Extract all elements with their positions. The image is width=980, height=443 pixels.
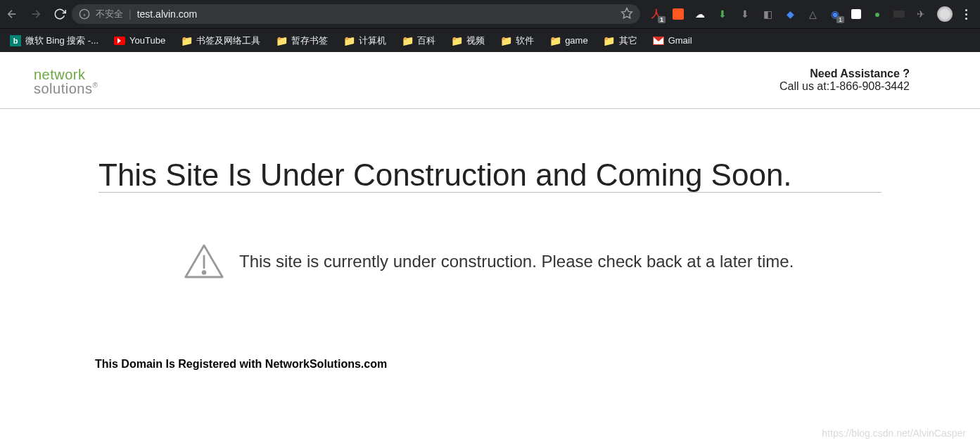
ext-icon-3[interactable]: ◆: [784, 8, 796, 20]
bookmark-folder[interactable]: 📁 计算机: [343, 34, 386, 47]
folder-icon: 📁: [343, 35, 355, 46]
download2-ext-icon[interactable]: ⬇: [739, 8, 751, 20]
ext-icon-7[interactable]: [893, 11, 905, 18]
folder-icon: 📁: [549, 35, 561, 46]
bookmark-folder[interactable]: 📁 书签及网络工具: [181, 34, 260, 47]
ext-icon-5[interactable]: [851, 9, 861, 19]
assistance-title: Need Assistance ?: [779, 68, 910, 80]
bookmark-label: 暂存书签: [291, 34, 328, 47]
ext-icon-2[interactable]: ◧: [761, 8, 774, 20]
folder-icon: 📁: [276, 35, 287, 46]
bookmark-youtube[interactable]: YouTube: [114, 35, 165, 46]
bookmark-label: 其它: [619, 34, 637, 47]
bookmark-gmail[interactable]: Gmail: [653, 35, 692, 46]
gmail-icon: [653, 37, 664, 45]
svg-point-5: [203, 271, 205, 274]
drive-ext-icon[interactable]: △: [806, 8, 819, 20]
nav-controls: [6, 8, 66, 20]
construction-message: This site is currently under constructio…: [239, 252, 794, 271]
ext-icon-4[interactable]: ◉1: [829, 8, 841, 20]
youtube-icon: [114, 37, 125, 45]
bookmark-label: Gmail: [668, 35, 692, 46]
profile-avatar[interactable]: [937, 6, 953, 22]
bookmark-label: 计算机: [359, 34, 386, 47]
logo-line2: solutions®: [34, 82, 98, 96]
page-header: network solutions® Need Assistance ? Cal…: [0, 52, 980, 109]
assistance-phone: Call us at:1-866-908-3442: [779, 80, 910, 93]
bookmark-label: 软件: [516, 34, 534, 47]
assistance-block: Need Assistance ? Call us at:1-866-908-3…: [779, 68, 910, 96]
download-ext-icon[interactable]: ⬇: [716, 8, 729, 20]
folder-icon: 📁: [402, 35, 413, 46]
netsol-logo[interactable]: network solutions®: [34, 68, 98, 96]
url-text: test.alvin.com: [137, 8, 198, 20]
bookmark-folder[interactable]: 📁 game: [549, 35, 588, 46]
browser-menu-icon[interactable]: [962, 9, 970, 20]
bookmark-label: 百科: [417, 34, 435, 47]
bookmark-label: game: [565, 35, 588, 46]
folder-icon: 📁: [181, 35, 192, 46]
ext-icon[interactable]: [673, 8, 684, 20]
page-headline: This Site Is Under Construction and Comi…: [98, 158, 882, 193]
security-label: 不安全: [96, 8, 123, 20]
page-body: network solutions® Need Assistance ? Cal…: [0, 52, 980, 443]
extensions-area: 人1 ☁ ⬇ ⬇ ◧ ◆ △ ◉1 ● ✈: [646, 6, 974, 22]
warning-icon: [183, 242, 225, 281]
ext-icon-6[interactable]: ●: [871, 8, 884, 20]
folder-icon: 📁: [604, 35, 615, 46]
domain-registered-text: This Domain Is Registered with NetworkSo…: [95, 358, 882, 371]
browser-toolbar: 不安全 | test.alvin.com 人1 ☁ ⬇ ⬇ ◧ ◆ △ ◉1 ●…: [0, 0, 980, 28]
bookmark-label: 视频: [466, 34, 485, 47]
bookmark-folder[interactable]: 📁 百科: [402, 34, 435, 47]
svg-marker-3: [622, 8, 632, 18]
construction-message-row: This site is currently under constructio…: [183, 242, 882, 281]
reload-button[interactable]: [53, 8, 66, 20]
adobe-ext-icon[interactable]: 人1: [650, 8, 663, 20]
bing-icon: b: [10, 35, 21, 46]
address-divider: |: [129, 8, 132, 20]
forward-button[interactable]: [30, 8, 42, 20]
bookmark-bing[interactable]: b 微软 Bing 搜索 -...: [10, 34, 98, 47]
bookmarks-bar: b 微软 Bing 搜索 -... YouTube 📁 书签及网络工具 📁 暂存…: [0, 28, 980, 52]
bookmark-label: 微软 Bing 搜索 -...: [25, 34, 98, 47]
bookmark-folder[interactable]: 📁 暂存书签: [276, 34, 328, 47]
bookmark-folder[interactable]: 📁 软件: [500, 34, 534, 47]
info-icon[interactable]: [79, 8, 90, 20]
page-content: This Site Is Under Construction and Comi…: [0, 109, 980, 371]
back-button[interactable]: [6, 8, 18, 20]
bookmark-folder[interactable]: 📁 其它: [604, 34, 637, 47]
logo-line1: network: [34, 68, 98, 82]
bookmark-label: 书签及网络工具: [196, 34, 260, 47]
ext-icon-8[interactable]: ✈: [915, 8, 927, 20]
folder-icon: 📁: [500, 35, 511, 46]
bookmark-label: YouTube: [129, 35, 165, 46]
address-bar[interactable]: 不安全 | test.alvin.com: [72, 4, 640, 24]
folder-icon: 📁: [451, 35, 462, 46]
bookmark-folder[interactable]: 📁 视频: [451, 34, 485, 47]
watermark-text: https://blog.csdn.net/AlvinCasper: [822, 428, 966, 439]
bookmark-star-icon[interactable]: [621, 7, 633, 22]
cloud-ext-icon[interactable]: ☁: [694, 8, 706, 20]
